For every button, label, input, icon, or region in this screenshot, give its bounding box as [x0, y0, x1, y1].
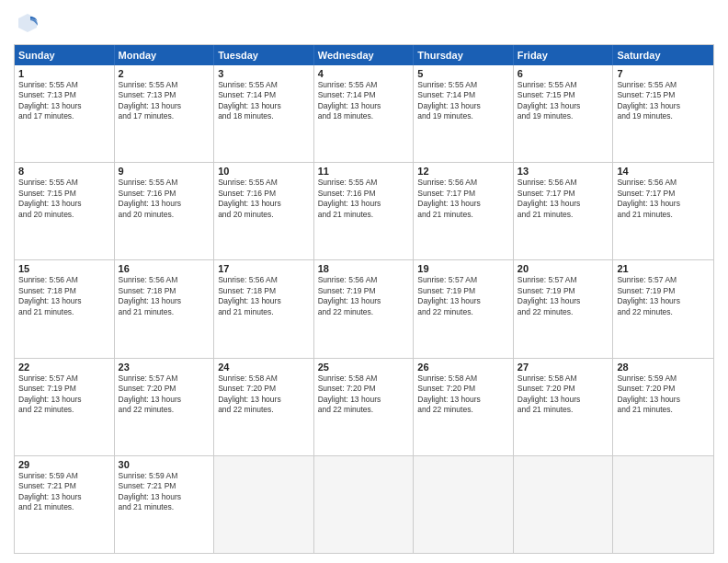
day-number: 4	[318, 68, 410, 79]
header-day-tuesday: Tuesday	[214, 45, 314, 65]
day-info: Sunrise: 5:55 AM Sunset: 7:15 PM Dayligh…	[18, 178, 110, 220]
day-number: 28	[617, 362, 710, 373]
calendar-day-17: 17Sunrise: 5:56 AM Sunset: 7:18 PM Dayli…	[214, 260, 314, 357]
calendar-day-15: 15Sunrise: 5:56 AM Sunset: 7:18 PM Dayli…	[15, 260, 115, 357]
day-number: 19	[417, 263, 509, 274]
day-number: 20	[518, 263, 609, 274]
calendar-day-1: 1Sunrise: 5:55 AM Sunset: 7:13 PM Daylig…	[15, 65, 115, 162]
day-number: 1	[18, 68, 110, 79]
header-day-thursday: Thursday	[414, 45, 514, 65]
day-info: Sunrise: 5:55 AM Sunset: 7:15 PM Dayligh…	[617, 80, 710, 122]
calendar-day-18: 18Sunrise: 5:56 AM Sunset: 7:19 PM Dayli…	[314, 260, 415, 357]
calendar-day-24: 24Sunrise: 5:58 AM Sunset: 7:20 PM Dayli…	[214, 359, 314, 455]
calendar-day-11: 11Sunrise: 5:55 AM Sunset: 7:16 PM Dayli…	[314, 163, 415, 259]
day-info: Sunrise: 5:57 AM Sunset: 7:19 PM Dayligh…	[518, 275, 609, 317]
day-number: 25	[318, 362, 410, 373]
header	[14, 9, 714, 37]
day-info: Sunrise: 5:55 AM Sunset: 7:13 PM Dayligh…	[119, 80, 210, 122]
day-number: 14	[617, 166, 710, 177]
day-number: 27	[518, 362, 609, 373]
day-number: 16	[119, 263, 210, 274]
day-number: 23	[119, 362, 210, 373]
logo	[14, 9, 45, 37]
calendar-header: SundayMondayTuesdayWednesdayThursdayFrid…	[15, 45, 713, 65]
calendar-day-21: 21Sunrise: 5:57 AM Sunset: 7:19 PM Dayli…	[613, 260, 713, 357]
calendar-day-4: 4Sunrise: 5:55 AM Sunset: 7:14 PM Daylig…	[314, 65, 415, 162]
calendar-day-19: 19Sunrise: 5:57 AM Sunset: 7:19 PM Dayli…	[414, 260, 514, 357]
day-info: Sunrise: 5:56 AM Sunset: 7:18 PM Dayligh…	[218, 275, 310, 317]
day-number: 8	[18, 166, 110, 177]
day-number: 7	[617, 68, 710, 79]
calendar-row-1: 1Sunrise: 5:55 AM Sunset: 7:13 PM Daylig…	[15, 65, 713, 162]
calendar-day-9: 9Sunrise: 5:55 AM Sunset: 7:16 PM Daylig…	[115, 163, 215, 259]
day-number: 5	[417, 68, 509, 79]
calendar-cell-empty	[514, 456, 614, 553]
calendar-day-5: 5Sunrise: 5:55 AM Sunset: 7:14 PM Daylig…	[414, 65, 514, 162]
calendar-day-13: 13Sunrise: 5:56 AM Sunset: 7:17 PM Dayli…	[514, 163, 614, 259]
day-info: Sunrise: 5:58 AM Sunset: 7:20 PM Dayligh…	[417, 373, 509, 416]
day-info: Sunrise: 5:56 AM Sunset: 7:17 PM Dayligh…	[617, 178, 710, 220]
page: SundayMondayTuesdayWednesdayThursdayFrid…	[0, 0, 728, 563]
calendar-day-27: 27Sunrise: 5:58 AM Sunset: 7:20 PM Dayli…	[514, 359, 614, 455]
calendar-day-6: 6Sunrise: 5:55 AM Sunset: 7:15 PM Daylig…	[514, 65, 614, 162]
calendar-cell-empty	[613, 456, 713, 553]
calendar-day-26: 26Sunrise: 5:58 AM Sunset: 7:20 PM Dayli…	[414, 359, 514, 455]
header-day-monday: Monday	[115, 45, 215, 65]
calendar-day-23: 23Sunrise: 5:57 AM Sunset: 7:20 PM Dayli…	[115, 359, 215, 455]
day-info: Sunrise: 5:55 AM Sunset: 7:14 PM Dayligh…	[318, 80, 410, 122]
day-info: Sunrise: 5:55 AM Sunset: 7:14 PM Dayligh…	[417, 80, 509, 122]
day-info: Sunrise: 5:59 AM Sunset: 7:21 PM Dayligh…	[119, 471, 210, 513]
day-info: Sunrise: 5:57 AM Sunset: 7:19 PM Dayligh…	[617, 275, 710, 317]
day-number: 15	[18, 263, 110, 274]
calendar-day-8: 8Sunrise: 5:55 AM Sunset: 7:15 PM Daylig…	[15, 163, 115, 259]
day-number: 29	[18, 459, 110, 470]
header-day-saturday: Saturday	[613, 45, 713, 65]
day-info: Sunrise: 5:56 AM Sunset: 7:18 PM Dayligh…	[18, 275, 110, 317]
calendar-day-14: 14Sunrise: 5:56 AM Sunset: 7:17 PM Dayli…	[613, 163, 713, 259]
day-info: Sunrise: 5:55 AM Sunset: 7:16 PM Dayligh…	[119, 178, 210, 220]
calendar-day-29: 29Sunrise: 5:59 AM Sunset: 7:21 PM Dayli…	[15, 456, 115, 553]
day-info: Sunrise: 5:55 AM Sunset: 7:13 PM Dayligh…	[18, 80, 110, 122]
calendar-day-20: 20Sunrise: 5:57 AM Sunset: 7:19 PM Dayli…	[514, 260, 614, 357]
day-number: 12	[417, 166, 509, 177]
day-number: 26	[417, 362, 509, 373]
day-number: 13	[518, 166, 609, 177]
day-info: Sunrise: 5:58 AM Sunset: 7:20 PM Dayligh…	[318, 373, 410, 416]
day-number: 6	[518, 68, 609, 79]
day-info: Sunrise: 5:58 AM Sunset: 7:20 PM Dayligh…	[218, 373, 310, 416]
day-info: Sunrise: 5:57 AM Sunset: 7:19 PM Dayligh…	[18, 373, 110, 416]
calendar-row-3: 15Sunrise: 5:56 AM Sunset: 7:18 PM Dayli…	[15, 259, 713, 357]
calendar: SundayMondayTuesdayWednesdayThursdayFrid…	[14, 44, 714, 554]
header-day-sunday: Sunday	[15, 45, 115, 65]
day-number: 22	[18, 362, 110, 373]
day-info: Sunrise: 5:58 AM Sunset: 7:20 PM Dayligh…	[518, 373, 609, 416]
header-day-wednesday: Wednesday	[314, 45, 415, 65]
day-number: 18	[318, 263, 410, 274]
day-number: 30	[119, 459, 210, 470]
calendar-day-16: 16Sunrise: 5:56 AM Sunset: 7:18 PM Dayli…	[115, 260, 215, 357]
calendar-day-25: 25Sunrise: 5:58 AM Sunset: 7:20 PM Dayli…	[314, 359, 415, 455]
logo-icon	[14, 9, 41, 37]
calendar-row-5: 29Sunrise: 5:59 AM Sunset: 7:21 PM Dayli…	[15, 455, 713, 553]
day-number: 3	[218, 68, 310, 79]
day-info: Sunrise: 5:55 AM Sunset: 7:16 PM Dayligh…	[318, 178, 410, 220]
day-info: Sunrise: 5:56 AM Sunset: 7:17 PM Dayligh…	[417, 178, 509, 220]
day-info: Sunrise: 5:55 AM Sunset: 7:15 PM Dayligh…	[518, 80, 609, 122]
calendar-day-22: 22Sunrise: 5:57 AM Sunset: 7:19 PM Dayli…	[15, 359, 115, 455]
day-number: 17	[218, 263, 310, 274]
calendar-cell-empty	[314, 456, 415, 553]
day-number: 11	[318, 166, 410, 177]
day-info: Sunrise: 5:57 AM Sunset: 7:19 PM Dayligh…	[417, 275, 509, 317]
day-number: 9	[119, 166, 210, 177]
calendar-body: 1Sunrise: 5:55 AM Sunset: 7:13 PM Daylig…	[15, 65, 713, 553]
calendar-cell-empty	[214, 456, 314, 553]
day-number: 21	[617, 263, 710, 274]
day-info: Sunrise: 5:57 AM Sunset: 7:20 PM Dayligh…	[119, 373, 210, 416]
calendar-day-7: 7Sunrise: 5:55 AM Sunset: 7:15 PM Daylig…	[613, 65, 713, 162]
calendar-row-2: 8Sunrise: 5:55 AM Sunset: 7:15 PM Daylig…	[15, 162, 713, 259]
calendar-day-28: 28Sunrise: 5:59 AM Sunset: 7:20 PM Dayli…	[613, 359, 713, 455]
calendar-day-30: 30Sunrise: 5:59 AM Sunset: 7:21 PM Dayli…	[115, 456, 215, 553]
calendar-day-10: 10Sunrise: 5:55 AM Sunset: 7:16 PM Dayli…	[214, 163, 314, 259]
calendar-day-2: 2Sunrise: 5:55 AM Sunset: 7:13 PM Daylig…	[115, 65, 215, 162]
day-info: Sunrise: 5:59 AM Sunset: 7:20 PM Dayligh…	[617, 373, 710, 416]
